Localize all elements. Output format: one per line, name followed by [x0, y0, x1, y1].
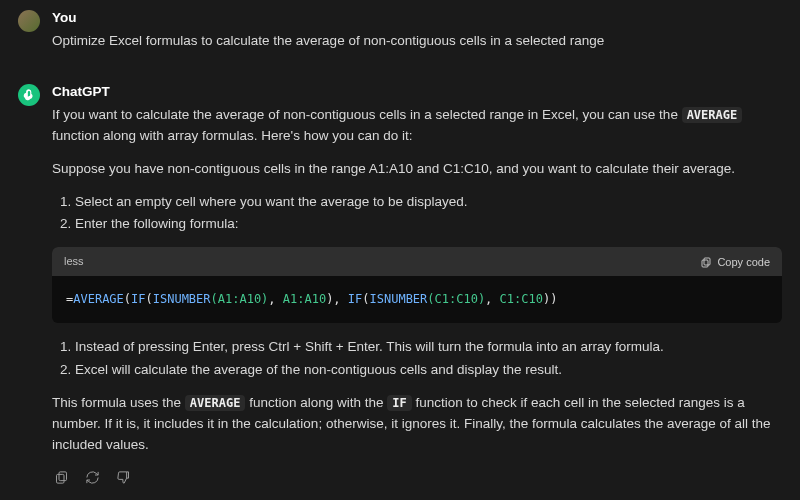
- list-item: Select an empty cell where you want the …: [60, 192, 782, 213]
- svg-rect-0: [704, 258, 710, 265]
- svg-rect-1: [702, 260, 708, 267]
- steps-list-1: Select an empty cell where you want the …: [60, 192, 782, 236]
- clipboard-icon: [700, 256, 712, 268]
- svg-rect-3: [57, 474, 65, 483]
- code-body: =AVERAGE(IF(ISNUMBER(A1:A10), A1:A10), I…: [52, 276, 782, 323]
- assistant-avatar: [18, 84, 40, 106]
- list-item: Instead of pressing Enter, press Ctrl + …: [60, 337, 782, 358]
- copy-message-button[interactable]: [52, 468, 71, 490]
- dislike-button[interactable]: [114, 468, 133, 490]
- user-message: You Optimize Excel formulas to calculate…: [18, 8, 782, 64]
- svg-rect-2: [59, 472, 67, 481]
- code-block: less Copy code =AVERAGE(IF(ISNUMBER(A1:A…: [52, 247, 782, 323]
- user-text: Optimize Excel formulas to calculate the…: [52, 31, 782, 52]
- assistant-p3: This formula uses the AVERAGE function a…: [52, 393, 782, 456]
- assistant-p1: If you want to calculate the average of …: [52, 105, 782, 147]
- code-lang: less: [64, 253, 84, 270]
- user-avatar: [18, 10, 40, 32]
- message-actions: [52, 468, 782, 490]
- clipboard-icon: [54, 470, 69, 485]
- inline-code-average: AVERAGE: [682, 107, 743, 123]
- assistant-p2: Suppose you have non-contiguous cells in…: [52, 159, 782, 180]
- assistant-name: ChatGPT: [52, 82, 782, 103]
- inline-code-average-2: AVERAGE: [185, 395, 246, 411]
- code-header: less Copy code: [52, 247, 782, 276]
- steps-list-2: Instead of pressing Enter, press Ctrl + …: [60, 337, 782, 381]
- refresh-icon: [85, 470, 100, 485]
- list-item: Excel will calculate the average of the …: [60, 360, 782, 381]
- regenerate-button[interactable]: [83, 468, 102, 490]
- list-item: Enter the following formula:: [60, 214, 782, 235]
- copy-code-button[interactable]: Copy code: [700, 256, 770, 268]
- user-name: You: [52, 8, 782, 29]
- thumbs-down-icon: [116, 470, 131, 485]
- assistant-message: ChatGPT If you want to calculate the ave…: [18, 82, 782, 490]
- inline-code-if: IF: [387, 395, 411, 411]
